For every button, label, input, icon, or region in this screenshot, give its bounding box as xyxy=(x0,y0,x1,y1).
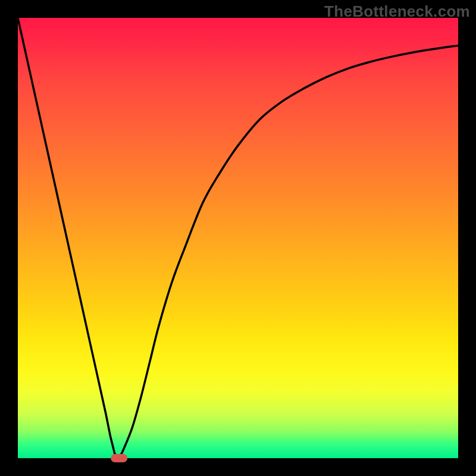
curve-svg xyxy=(18,18,458,458)
watermark-text: TheBottleneck.com xyxy=(324,2,470,21)
plot-area xyxy=(18,18,458,458)
bottleneck-curve-path xyxy=(18,18,458,458)
chart-frame: TheBottleneck.com xyxy=(0,0,476,476)
optimum-marker xyxy=(111,454,127,462)
